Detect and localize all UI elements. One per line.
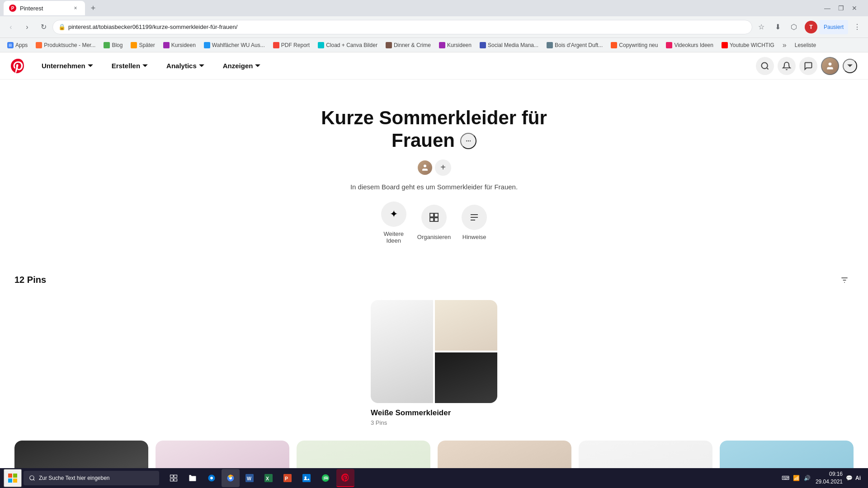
hinweise-button[interactable]: Hinweise <box>462 205 487 240</box>
back-button[interactable]: ‹ <box>4 20 18 34</box>
bookmark-kursideen1[interactable]: Kursideen <box>160 40 199 50</box>
board-more-button[interactable]: ··· <box>460 133 476 149</box>
reload-button[interactable]: ↻ <box>36 20 51 34</box>
tab-bar: Pinterest × + — ❐ ✕ <box>0 0 868 16</box>
tray-keyboard-icon[interactable]: ⌨ <box>781 474 790 483</box>
bookmark-pdf[interactable]: PDF Report <box>269 40 313 50</box>
downloads-button[interactable]: ⬇ <box>770 20 785 34</box>
task-view-button[interactable] <box>165 469 183 487</box>
photos-taskbar-button[interactable] <box>297 469 316 487</box>
powerpoint-taskbar-button[interactable]: P <box>278 469 297 487</box>
bookmark-youtube[interactable]: Youtube WICHTIG <box>718 40 778 50</box>
bookmark-canva[interactable]: Cload + Canva Bilder <box>314 40 381 50</box>
messages-button[interactable] <box>799 57 817 75</box>
nav-analytics[interactable]: Analytics <box>161 58 210 73</box>
extensions-button[interactable]: ⬡ <box>787 20 801 34</box>
sync-button[interactable]: Pausiert <box>819 20 848 34</box>
nav-analytics-label: Analytics <box>166 62 197 70</box>
url-text: pinterest.at/tobiasbecker061199/kurze-so… <box>68 23 237 30</box>
bookmark-leseliste[interactable]: Leseliste <box>791 40 820 50</box>
main-content: Kurze Sommerkleider für Frauen ··· + In … <box>0 80 868 488</box>
new-tab-button[interactable]: + <box>87 2 99 14</box>
profile-button[interactable]: T <box>805 21 817 33</box>
active-tab[interactable]: Pinterest × <box>4 1 85 15</box>
hinweise-label: Hinweise <box>462 234 486 240</box>
svg-rect-15 <box>13 474 17 478</box>
nav-erstellen[interactable]: Erstellen <box>106 58 154 73</box>
avatar-button[interactable] <box>821 57 839 75</box>
notes-icon <box>462 205 487 230</box>
nav-erstellen-label: Erstellen <box>112 62 140 70</box>
filter-button[interactable] <box>835 271 854 289</box>
bookmark-social[interactable]: Social Media Mana... <box>476 40 542 50</box>
svg-text:W: W <box>247 476 251 481</box>
svg-text:P: P <box>285 476 288 481</box>
word-taskbar-button[interactable]: W <box>241 469 259 487</box>
spotify-taskbar-button[interactable] <box>316 469 335 487</box>
bookmark-kursideen2[interactable]: Kursideen <box>435 40 475 50</box>
tray-notifications-icon[interactable]: 💬 <box>844 474 854 483</box>
section-card[interactable]: Weiße Sommerkleider 3 Pins <box>371 300 497 426</box>
svg-rect-17 <box>13 479 17 483</box>
add-collaborator-button[interactable]: + <box>435 160 451 176</box>
excel-taskbar-button[interactable]: X <box>259 469 278 487</box>
svg-rect-22 <box>170 479 174 481</box>
bookmark-bois[interactable]: Bois d'Argent Duft... <box>543 40 606 50</box>
svg-text:X: X <box>266 476 269 481</box>
organisieren-button[interactable]: Organisieren <box>417 205 451 240</box>
svg-line-1 <box>767 67 769 69</box>
chrome-taskbar-button[interactable] <box>222 469 240 487</box>
svg-rect-32 <box>302 474 311 482</box>
pins-count: 12 Pins <box>14 275 46 285</box>
board-owner-avatar[interactable] <box>417 160 433 176</box>
weitere-ideen-label: WeitereIdeen <box>384 230 404 244</box>
svg-rect-7 <box>434 218 438 221</box>
nav-unternehmen[interactable]: Unternehmen <box>36 58 99 73</box>
pinterest-taskbar-button[interactable] <box>336 469 354 487</box>
section-side-image-1 <box>435 300 497 351</box>
sections-container: Weiße Sommerkleider 3 Pins <box>14 300 854 426</box>
svg-rect-20 <box>170 475 174 477</box>
section-pins-count: 3 Pins <box>371 419 497 426</box>
pinterest-logo[interactable] <box>11 59 25 73</box>
file-explorer-button[interactable] <box>184 469 202 487</box>
bookmark-wahlfaecher[interactable]: Wahlfächer WU Aus... <box>200 40 269 50</box>
tray-volume-icon[interactable]: 🔊 <box>803 474 812 483</box>
tab-close-btn[interactable]: × <box>71 4 80 12</box>
pins-section: 12 Pins Weiße Sommerkleider 3 P <box>0 271 868 488</box>
taskbar-time: 09:16 <box>829 470 843 478</box>
notifications-button[interactable] <box>778 57 796 75</box>
bookmark-more[interactable]: » <box>779 41 790 49</box>
menu-button[interactable]: ⋮ <box>850 20 864 34</box>
svg-point-2 <box>829 62 832 66</box>
start-button[interactable] <box>4 469 22 487</box>
bookmark-apps[interactable]: ⊞ Apps <box>4 40 31 50</box>
minimize-button[interactable]: — <box>821 2 834 14</box>
svg-rect-4 <box>430 213 434 217</box>
bookmark-blog[interactable]: Blog <box>100 40 126 50</box>
svg-rect-23 <box>174 479 177 481</box>
bookmark-produktsuche[interactable]: Produktsuche - Mer... <box>32 40 99 50</box>
account-chevron-button[interactable] <box>843 59 857 73</box>
nav-anzeigen[interactable]: Anzeigen <box>217 58 267 73</box>
close-window-button[interactable]: ✕ <box>848 2 861 14</box>
svg-rect-6 <box>430 218 434 221</box>
tray-network-icon[interactable]: 📶 <box>792 474 801 483</box>
forward-button[interactable]: › <box>20 20 34 34</box>
weitere-ideen-button[interactable]: ✦ WeitereIdeen <box>381 202 406 244</box>
taskbar-search[interactable]: Zur Suche Text hier eingeben <box>24 471 159 485</box>
edge-taskbar-button[interactable] <box>203 469 221 487</box>
pins-count-row: 12 Pins <box>14 271 854 289</box>
restore-button[interactable]: ❐ <box>835 2 847 14</box>
ai-badge: Ai <box>855 475 861 481</box>
svg-line-19 <box>33 479 35 481</box>
bookmark-dinner[interactable]: Dinner & Crime <box>382 40 434 50</box>
address-bar: ‹ › ↻ 🔒 pinterest.at/tobiasbecker061199/… <box>0 16 868 38</box>
bookmark-später[interactable]: Später <box>127 40 158 50</box>
bookmark-videokurs[interactable]: Videokurs Ideen <box>662 40 717 50</box>
address-input[interactable]: 🔒 pinterest.at/tobiasbecker061199/kurze-… <box>52 20 752 34</box>
bookmark-copywriting[interactable]: Copywriting neu <box>607 40 661 50</box>
svg-rect-16 <box>8 479 12 483</box>
bookmark-button[interactable]: ☆ <box>754 20 769 34</box>
search-button[interactable] <box>756 57 774 75</box>
